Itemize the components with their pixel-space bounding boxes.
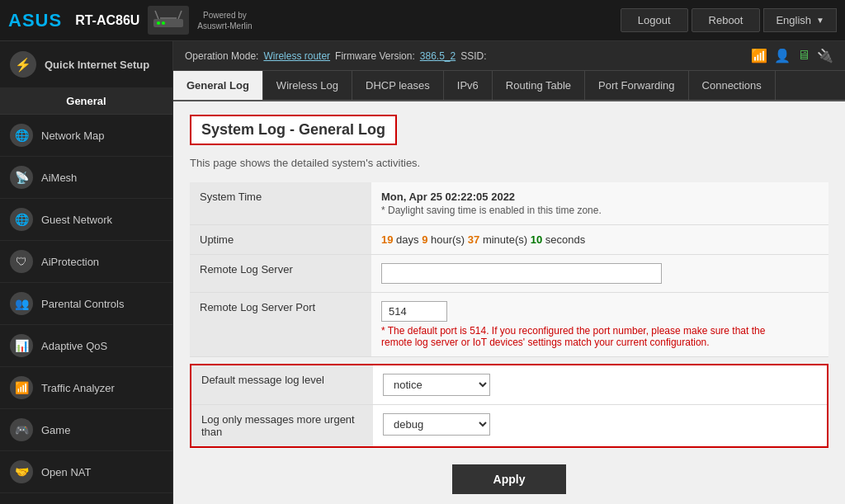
sidebar-item-adaptive-qos[interactable]: 📊 Adaptive QoS <box>0 325 172 367</box>
language-button[interactable]: English ▼ <box>763 8 837 32</box>
user-icon: 👤 <box>774 48 791 64</box>
tab-general-log[interactable]: General Log <box>173 71 263 100</box>
firmware-label: Firmware Version: <box>335 50 415 62</box>
traffic-analyzer-icon: 📶 <box>10 376 33 399</box>
sidebar-item-label: AiMesh <box>41 172 77 184</box>
info-bar: Operation Mode: Wireless router Firmware… <box>173 41 845 71</box>
sidebar-item-label: Parental Controls <box>41 298 124 310</box>
game-icon: 🎮 <box>10 418 33 441</box>
sidebar-item-guest-network[interactable]: 🌐 Guest Network <box>0 199 172 241</box>
svg-point-5 <box>162 21 165 25</box>
port-note: * The default port is 514. If you reconf… <box>381 325 777 348</box>
system-time-value-cell: Mon, Apr 25 02:22:05 2022 * Daylight sav… <box>371 182 828 225</box>
sidebar-item-aiprotection[interactable]: 🛡 AiProtection <box>0 241 172 283</box>
reboot-button[interactable]: Reboot <box>692 8 761 32</box>
default-log-level-select[interactable]: emerg alert crit err warning notice info… <box>383 374 490 396</box>
tab-ipv6[interactable]: IPv6 <box>444 71 493 100</box>
header: ASUS RT-AC86U Powered by Asuswrt-Merlin … <box>0 0 845 41</box>
log-level-section: Default message log level emerg alert cr… <box>190 364 828 448</box>
aiprotection-icon: 🛡 <box>10 250 33 273</box>
tab-wireless-log[interactable]: Wireless Log <box>263 71 352 100</box>
tab-port-forwarding[interactable]: Port Forwarding <box>585 71 688 100</box>
aimesh-icon: 📡 <box>10 166 33 189</box>
sidebar-item-quick-setup[interactable]: ⚡ Quick Internet Setup <box>0 41 172 88</box>
uptime-value: 19 days 9 hour(s) 37 minute(s) 10 second… <box>381 233 585 246</box>
monitor-icon: 🖥 <box>797 48 810 64</box>
svg-rect-1 <box>160 17 177 19</box>
sidebar-item-label: AiProtection <box>41 256 99 268</box>
operation-mode-label: Operation Mode: <box>185 50 258 62</box>
firmware-value[interactable]: 386.5_2 <box>420 50 456 62</box>
content-area: System Log - General Log This page shows… <box>173 101 845 504</box>
remote-log-port-input[interactable] <box>381 301 447 322</box>
remote-log-port-label: Remote Log Server Port <box>190 293 371 357</box>
system-time-value: Mon, Apr 25 02:22:05 2022 <box>381 191 819 203</box>
sidebar-item-parental-controls[interactable]: 👥 Parental Controls <box>0 283 172 325</box>
ssid-label: SSID: <box>460 50 486 62</box>
log-urgency-select[interactable]: emerg alert crit err warning notice info… <box>383 413 490 436</box>
remote-log-port-value-cell: * The default port is 514. If you reconf… <box>371 293 828 357</box>
log-urgency-value-cell: emerg alert crit err warning notice info… <box>373 405 500 446</box>
svg-point-4 <box>157 21 160 25</box>
tab-connections[interactable]: Connections <box>689 71 776 100</box>
header-nav: Logout Reboot English ▼ <box>621 8 837 32</box>
uptime-minutes: 37 <box>468 233 479 246</box>
remote-log-server-input[interactable] <box>381 263 662 284</box>
sidebar-item-label: Game <box>41 424 70 436</box>
log-urgency-label: Log only messages more urgent than <box>191 405 373 446</box>
remote-log-server-value-cell <box>371 255 828 293</box>
sidebar-item-label: Open NAT <box>41 466 91 478</box>
powered-by: Powered by Asuswrt-Merlin <box>197 10 252 31</box>
sidebar-item-game[interactable]: 🎮 Game <box>0 409 172 451</box>
sidebar-item-label: Adaptive QoS <box>41 340 107 352</box>
logout-button[interactable]: Logout <box>621 8 688 32</box>
sidebar-item-label: Guest Network <box>41 214 112 226</box>
apply-button[interactable]: Apply <box>452 464 567 494</box>
default-log-level-row: Default message log level emerg alert cr… <box>191 365 827 405</box>
page-description: This page shows the detailed system's ac… <box>190 157 828 169</box>
svg-line-3 <box>178 11 182 19</box>
log-urgency-row: Log only messages more urgent than emerg… <box>191 405 827 446</box>
router-image <box>148 6 189 35</box>
page-title: System Log - General Log <box>190 115 397 145</box>
sidebar-item-network-map[interactable]: 🌐 Network Map <box>0 115 172 157</box>
network-map-icon: 🌐 <box>10 124 33 147</box>
quick-setup-icon: ⚡ <box>10 51 36 78</box>
tab-dhcp-leases[interactable]: DHCP leases <box>352 71 444 100</box>
system-time-label: System Time <box>190 182 371 225</box>
guest-network-icon: 🌐 <box>10 208 33 231</box>
tab-routing-table[interactable]: Routing Table <box>493 71 585 100</box>
sidebar-item-open-nat[interactable]: 🤝 Open NAT <box>0 451 172 493</box>
system-time-note: * Daylight saving time is enabled in thi… <box>381 205 819 216</box>
sidebar-section-general: General <box>0 88 172 115</box>
sidebar-item-label: Traffic Analyzer <box>41 382 115 394</box>
apply-row: Apply <box>190 455 828 504</box>
logo-area: ASUS RT-AC86U <box>8 10 139 31</box>
default-log-level-value-cell: emerg alert crit err warning notice info… <box>373 365 500 404</box>
quick-setup-label: Quick Internet Setup <box>45 59 149 71</box>
open-nat-icon: 🤝 <box>10 460 33 483</box>
main-content: Operation Mode: Wireless router Firmware… <box>173 41 845 504</box>
adaptive-qos-icon: 📊 <box>10 334 33 357</box>
sidebar: ⚡ Quick Internet Setup General 🌐 Network… <box>0 41 173 504</box>
sidebar-item-traffic-analyzer[interactable]: 📶 Traffic Analyzer <box>0 367 172 409</box>
uptime-label: Uptime <box>190 225 371 255</box>
system-log-form: System Time Mon, Apr 25 02:22:05 2022 * … <box>190 182 828 357</box>
chevron-down-icon: ▼ <box>816 16 824 25</box>
remote-log-server-label: Remote Log Server <box>190 255 371 293</box>
system-time-row: System Time Mon, Apr 25 02:22:05 2022 * … <box>190 182 828 225</box>
usb-icon: 🔌 <box>817 48 833 64</box>
parental-controls-icon: 👥 <box>10 292 33 315</box>
remote-log-port-row: Remote Log Server Port * The default por… <box>190 293 828 357</box>
uptime-seconds: 10 <box>531 233 542 246</box>
wifi-icon: 📶 <box>751 48 767 64</box>
sidebar-item-label: Network Map <box>41 130 105 142</box>
tab-bar: General Log Wireless Log DHCP leases IPv… <box>173 71 845 101</box>
operation-mode-value[interactable]: Wireless router <box>263 50 330 62</box>
sidebar-item-aimesh[interactable]: 📡 AiMesh <box>0 157 172 199</box>
default-log-level-label: Default message log level <box>191 365 373 404</box>
asus-logo: ASUS <box>8 10 62 31</box>
main-layout: ⚡ Quick Internet Setup General 🌐 Network… <box>0 41 845 504</box>
uptime-value-cell: 19 days 9 hour(s) 37 minute(s) 10 second… <box>371 225 828 255</box>
uptime-days: 19 <box>381 233 393 246</box>
